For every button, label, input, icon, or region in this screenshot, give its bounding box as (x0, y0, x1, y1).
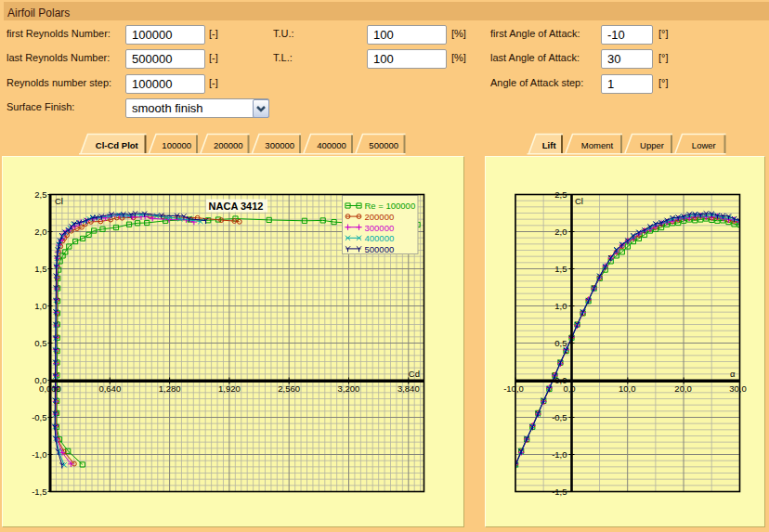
svg-text:Moment: Moment (581, 140, 614, 150)
svg-text:-1,5: -1,5 (32, 487, 46, 497)
svg-text:400000: 400000 (317, 140, 346, 150)
svg-text:-0,5: -0,5 (32, 412, 46, 422)
svg-text:2,0: 2,0 (554, 227, 567, 237)
svg-text:2,5: 2,5 (34, 189, 46, 200)
svg-text:2,5: 2,5 (554, 189, 567, 200)
svg-text:0,5: 0,5 (554, 338, 567, 348)
svg-text:Cl: Cl (55, 196, 63, 206)
svg-text:2,0: 2,0 (34, 227, 46, 237)
svg-text:1,280: 1,280 (159, 383, 181, 394)
svg-text:NACA 3412: NACA 3412 (209, 201, 264, 212)
svg-text:0,000: 0,000 (39, 383, 61, 394)
svg-text:Cd: Cd (409, 369, 420, 379)
svg-text:1,5: 1,5 (34, 264, 46, 274)
svg-text:3,840: 3,840 (398, 383, 420, 394)
svg-text:Re = 100000: Re = 100000 (365, 201, 416, 211)
svg-text:3,200: 3,200 (338, 383, 360, 394)
svg-text:200000: 200000 (365, 212, 395, 222)
svg-text:Cl-Cd Plot: Cl-Cd Plot (96, 140, 139, 150)
svg-text:1,0: 1,0 (34, 301, 46, 311)
svg-text:100000: 100000 (162, 140, 191, 150)
svg-text:300000: 300000 (365, 223, 395, 233)
svg-text:1,0: 1,0 (554, 301, 567, 311)
svg-text:500000: 500000 (369, 140, 398, 150)
svg-text:Lower: Lower (692, 140, 716, 150)
svg-text:α: α (730, 369, 736, 379)
svg-text:-10,0: -10,0 (503, 383, 524, 394)
svg-text:-1,0: -1,0 (32, 449, 46, 460)
svg-text:300000: 300000 (265, 140, 294, 150)
svg-text:1,920: 1,920 (218, 383, 241, 394)
svg-text:500000: 500000 (365, 244, 395, 254)
svg-text:30,0: 30,0 (729, 383, 747, 394)
svg-text:10,0: 10,0 (619, 383, 636, 394)
svg-text:-1,0: -1,0 (552, 449, 567, 460)
svg-text:-0,5: -0,5 (552, 412, 567, 422)
svg-text:Upper: Upper (640, 140, 664, 150)
svg-text:1,5: 1,5 (554, 264, 567, 274)
svg-text:Lift: Lift (542, 140, 557, 150)
svg-text:20,0: 20,0 (674, 383, 692, 394)
svg-text:0,0: 0,0 (563, 383, 575, 394)
svg-text:0,5: 0,5 (34, 338, 46, 348)
svg-text:200000: 200000 (214, 140, 243, 150)
svg-text:2,560: 2,560 (278, 383, 300, 394)
svg-text:-1,5: -1,5 (552, 487, 567, 497)
svg-text:Cl: Cl (575, 196, 583, 206)
svg-text:0,640: 0,640 (98, 383, 121, 394)
svg-text:400000: 400000 (365, 233, 395, 243)
